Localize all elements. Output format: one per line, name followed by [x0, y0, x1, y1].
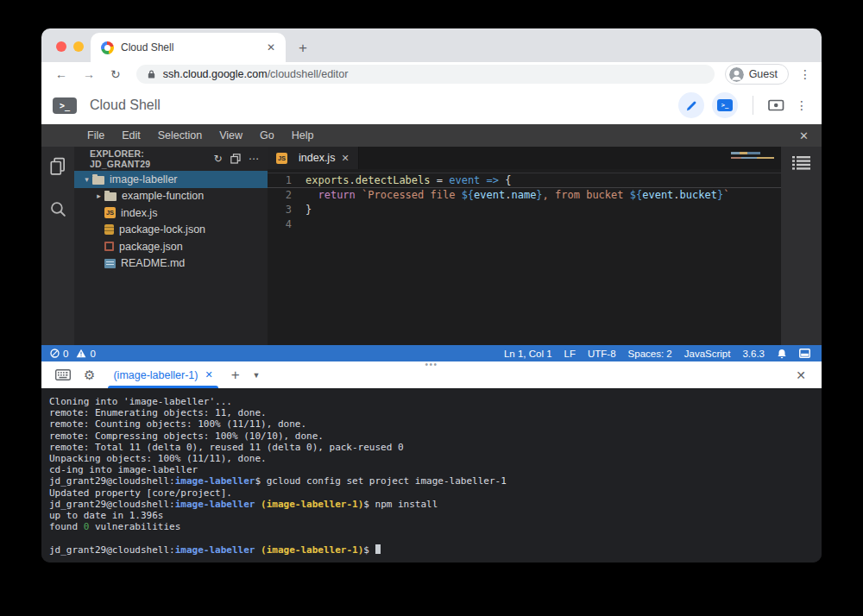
terminal-tab[interactable]: (image-labeller-1) ✕	[108, 361, 217, 388]
browser-tab[interactable]: Cloud Shell ✕	[91, 33, 286, 62]
cloud-shell-logo	[53, 97, 79, 114]
tab-close-icon[interactable]: ✕	[267, 41, 275, 53]
shell-menu-icon[interactable]: ⋮	[796, 98, 808, 112]
terminal-line: remote: Total 11 (delta 0), reused 11 (d…	[49, 442, 813, 453]
new-terminal-button[interactable]: +	[231, 367, 240, 384]
terminal-icon	[717, 99, 733, 111]
new-tab-button[interactable]: +	[299, 40, 307, 57]
file-tree: ▾image-labeller▸example-functionJSindex.…	[74, 171, 268, 272]
bell-icon[interactable]	[777, 349, 787, 359]
lockjson-icon	[104, 224, 114, 235]
status-spaces-2[interactable]: Spaces: 2	[628, 349, 672, 359]
open-editor-button[interactable]	[678, 92, 704, 118]
js-icon: JS	[104, 207, 116, 218]
terminal-dropdown-icon[interactable]: ▼	[253, 371, 261, 380]
avatar-icon	[729, 67, 744, 82]
refresh-icon[interactable]: ↻	[214, 153, 223, 165]
activity-bar	[41, 147, 74, 345]
tree-item-index-js[interactable]: JSindex.js	[74, 204, 268, 222]
cloud-shell-favicon	[101, 41, 114, 54]
editor-tab-close-icon[interactable]: ✕	[341, 153, 349, 164]
ide-menu-bar: FileEditSelectionViewGoHelp ✕	[41, 124, 822, 147]
line-number: 1	[268, 173, 306, 187]
keyboard-icon[interactable]	[55, 369, 71, 380]
line-number: 4	[268, 217, 306, 232]
code-text	[306, 217, 312, 232]
file-name: example-function	[122, 190, 204, 202]
code-line: 4	[268, 217, 781, 232]
terminal-line: jd_grant29@cloudshell:image-labeller (im…	[49, 499, 813, 510]
files-icon[interactable]	[48, 157, 67, 176]
address-bar[interactable]: ssh.cloud.google.com/cloudshell/editor	[136, 65, 715, 84]
line-number: 3	[268, 203, 306, 217]
minimap[interactable]	[731, 152, 776, 159]
more-actions-icon[interactable]: ⋯	[249, 153, 259, 165]
code-line: 2 return `Processed file ${event.name}, …	[268, 188, 781, 203]
status-utf-8[interactable]: UTF-8	[588, 349, 616, 359]
statusbar-items: Ln 1, Col 1LFUTF-8Spaces: 2JavaScript3.6…	[504, 349, 765, 359]
status-3-6-3[interactable]: 3.6.3	[742, 349, 765, 359]
terminal-line: remote: Enumerating objects: 11, done.	[49, 407, 813, 418]
tree-item-package-lock-json[interactable]: package-lock.json	[74, 222, 268, 239]
terminal-line: remote: Compressing objects: 100% (10/10…	[49, 431, 813, 442]
status-javascript[interactable]: JavaScript	[684, 349, 731, 359]
open-terminal-button[interactable]	[712, 92, 738, 118]
terminal[interactable]: Cloning into 'image-labeller'...remote: …	[41, 388, 822, 563]
menu-item-edit[interactable]: Edit	[113, 129, 149, 141]
forward-icon[interactable]: →	[83, 67, 95, 81]
error-icon	[50, 349, 60, 358]
terminal-tab-close-icon[interactable]: ✕	[205, 369, 212, 380]
web-preview-button[interactable]	[768, 99, 784, 111]
tree-item-example-function[interactable]: ▸example-function	[74, 188, 268, 205]
menu-item-selection[interactable]: Selection	[149, 129, 211, 141]
terminal-line: cd-ing into image-labeller	[49, 464, 813, 475]
menu-item-go[interactable]: Go	[251, 129, 283, 141]
terminal-line: jd_grant29@cloudshell:image-labeller$ gc…	[49, 475, 813, 487]
error-count: 0	[63, 349, 68, 359]
menu-item-view[interactable]: View	[211, 129, 251, 141]
file-name: index.js	[121, 207, 157, 219]
browser-menu-icon[interactable]: ⋮	[799, 67, 811, 81]
explorer-sidebar: EXPLORER: JD_GRANT29 ↻ ⋯ ▾image-labeller…	[74, 147, 268, 345]
terminal-line: found 0 vulnerabilities	[49, 521, 813, 532]
back-icon[interactable]: ←	[55, 67, 67, 81]
tree-item-readme-md[interactable]: README.md	[74, 255, 268, 273]
close-window-button[interactable]	[56, 41, 66, 52]
code-editor[interactable]: 1exports.detectLabels = event => {2 retu…	[268, 169, 781, 345]
reload-icon[interactable]: ↻	[110, 67, 121, 81]
page-title: Cloud Shell	[90, 97, 161, 113]
outline-icon[interactable]	[792, 155, 810, 171]
file-name: README.md	[121, 257, 185, 269]
url-domain: ssh.cloud.google.com	[163, 68, 268, 80]
terminal-output: Cloning into 'image-labeller'...remote: …	[49, 396, 813, 556]
panel-close-icon[interactable]: ✕	[796, 368, 806, 382]
editor-pane: JS index.js ✕ 1exports.detectLabels = ev…	[268, 147, 781, 345]
code-lines: 1exports.detectLabels = event => {2 retu…	[268, 173, 781, 232]
browser-toolbar: ← → ↻ ssh.cloud.google.com/cloudshell/ed…	[41, 62, 822, 86]
warning-count: 0	[90, 349, 95, 359]
minimize-window-button[interactable]	[73, 41, 84, 52]
file-name: package-lock.json	[119, 223, 205, 236]
code-text: return `Processed file ${event.name}, fr…	[306, 188, 729, 203]
problems-indicator[interactable]: 0 0	[50, 349, 96, 359]
tree-item-image-labeller[interactable]: ▾image-labeller	[74, 171, 268, 188]
search-icon[interactable]	[49, 200, 67, 218]
profile-button[interactable]: Guest	[725, 64, 789, 85]
status-lf[interactable]: LF	[564, 349, 576, 359]
ide-close-icon[interactable]: ✕	[799, 129, 809, 142]
terminal-line: up to date in 1.396s	[49, 510, 813, 521]
menu-item-help[interactable]: Help	[283, 129, 323, 141]
panel-drag-handle[interactable]: •••	[425, 360, 438, 369]
editor-tab-indexjs[interactable]: JS index.js ✕	[268, 147, 359, 169]
status-ln-1-col-1[interactable]: Ln 1, Col 1	[504, 349, 552, 359]
terminal-line: jd_grant29@cloudshell:image-labeller (im…	[49, 544, 813, 556]
tree-item-package-json[interactable]: package.json	[74, 238, 268, 255]
menu-item-file[interactable]: File	[79, 129, 113, 141]
panel-toggle-icon[interactable]	[799, 349, 810, 358]
gear-icon[interactable]: ⚙	[84, 368, 95, 383]
chevron-right-icon: ▸	[93, 192, 104, 200]
code-line: 1exports.detectLabels = event => {	[268, 173, 781, 188]
chevron-down-icon: ▾	[81, 175, 92, 184]
json-icon	[104, 242, 114, 251]
collapse-all-icon[interactable]	[230, 154, 241, 164]
